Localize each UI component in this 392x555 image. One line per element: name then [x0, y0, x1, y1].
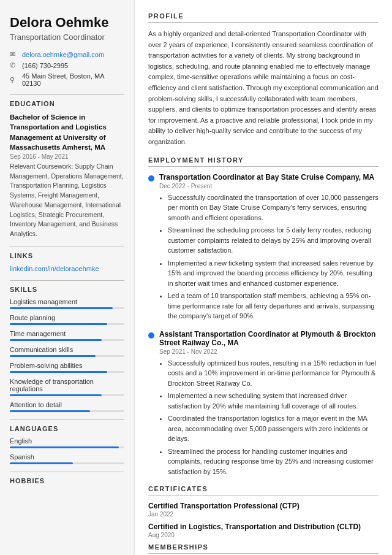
address-text: 45 Main Street, Boston, MA 02130 [22, 72, 124, 87]
contact-address: ⚲ 45 Main Street, Boston, MA 02130 [10, 72, 124, 87]
skill-bar-bg [10, 371, 124, 373]
skill-bar-fill [10, 394, 102, 396]
skill-bar-fill [10, 355, 96, 357]
job-bullet: Coordinated the transportation logistics… [168, 413, 379, 444]
skill-item: Knowledge of transportation regulations [10, 378, 124, 396]
certificates-section-label: CERTIFICATES [148, 485, 379, 492]
skill-bar-bg [10, 323, 124, 325]
person-name: Delora Oehmke [10, 15, 124, 31]
certificate-item: Certified Transportation Professional (C… [148, 502, 379, 518]
skill-bar-fill [10, 323, 107, 325]
job-dot [148, 332, 154, 339]
hobbies-divider [10, 472, 124, 472]
edu-date: Sep 2016 - May 2021 [10, 153, 124, 160]
job-title: Assistant Transportation Coordinator at … [159, 330, 379, 347]
sidebar: Delora Oehmke Transportation Coordinator… [0, 0, 135, 555]
skill-bar-fill [10, 307, 113, 309]
location-icon: ⚲ [10, 76, 18, 84]
linkedin-link[interactable]: linkedin.com/in/delorаoehmke [10, 265, 99, 272]
skill-bar-bg [10, 410, 124, 412]
skill-bar-fill [10, 410, 90, 412]
education-section-label: EDUCATION [10, 100, 124, 107]
language-bar-bg [10, 446, 124, 448]
hobbies-section-label: HOBBIES [10, 477, 124, 484]
job-dot [148, 175, 154, 182]
education-divider [10, 94, 124, 95]
job-bullet: Successfully optimized bus routes, resul… [168, 358, 379, 389]
job-bullets: Successfully coordinated the transportat… [159, 193, 379, 321]
skill-bar-bg [10, 355, 124, 357]
language-label: English [10, 437, 124, 445]
contact-email: ✉ delora.oehmke@gmail.com [10, 50, 124, 58]
cert-date: Aug 2020 [148, 532, 379, 538]
job-bullet: Successfully coordinated the transportat… [168, 193, 379, 223]
languages-section-label: LANGUAGES [10, 425, 124, 432]
skill-bar-fill [10, 339, 102, 341]
skill-bar-bg [10, 394, 124, 396]
memberships-divider [148, 553, 379, 554]
memberships-section-label: MEMBERSHIPS [148, 543, 379, 551]
jobs-list: Transportation Coordinator at Bay State … [148, 173, 379, 480]
job-content: Transportation Coordinator at Bay State … [159, 173, 379, 324]
skill-label: Attention to detail [10, 401, 124, 408]
cert-date: Jan 2022 [148, 511, 379, 518]
skill-item: Problem-solving abilities [10, 362, 124, 373]
job-content: Assistant Transportation Coordinator at … [159, 330, 379, 480]
languages-list: English Spanish [10, 437, 124, 464]
language-bar-fill [10, 462, 73, 464]
skill-label: Communication skills [10, 346, 124, 353]
job-bullet: Implemented a new ticketing system that … [168, 258, 379, 289]
certificates-list: Certified Transportation Professional (C… [148, 502, 379, 538]
phone-icon: ✆ [10, 61, 18, 69]
language-bar-fill [10, 446, 119, 448]
skill-item: Logistics management [10, 298, 124, 309]
links-section-label: LINKS [10, 252, 124, 259]
job-entry: Transportation Coordinator at Bay State … [148, 173, 379, 324]
profile-divider [148, 22, 379, 23]
employment-section-label: EMPLOYMENT HISTORY [148, 156, 379, 164]
language-bar-bg [10, 462, 124, 464]
job-entry: Assistant Transportation Coordinator at … [148, 330, 379, 480]
main-content: PROFILE As a highly organized and detail… [135, 0, 392, 555]
links-divider [10, 247, 124, 247]
phone-text: (166) 730-2995 [22, 62, 68, 69]
cert-name: Certified Transportation Professional (C… [148, 502, 379, 510]
employment-divider [148, 166, 379, 167]
profile-text: As a highly organized and detail-oriente… [148, 29, 379, 148]
linkedin-link-item: linkedin.com/in/delorаoehmke [10, 264, 124, 273]
skill-label: Logistics management [10, 298, 124, 305]
certificates-divider [148, 495, 379, 496]
languages-divider [10, 419, 124, 420]
skills-divider [10, 280, 124, 281]
email-icon: ✉ [10, 50, 18, 58]
skill-bar-bg [10, 339, 124, 341]
job-bullet: Streamlined the process for handling cus… [168, 446, 379, 477]
skill-label: Route planning [10, 314, 124, 321]
skill-item: Attention to detail [10, 401, 124, 412]
job-bullets: Successfully optimized bus routes, resul… [159, 358, 379, 477]
skill-item: Route planning [10, 314, 124, 325]
job-title: Transportation Coordinator at Bay State … [159, 173, 379, 182]
skill-label: Problem-solving abilities [10, 362, 124, 369]
skill-item: Time management [10, 330, 124, 341]
language-item: Spanish [10, 453, 124, 464]
contact-phone: ✆ (166) 730-2995 [10, 61, 124, 69]
cert-name: Certified in Logistics, Transportation a… [148, 522, 379, 531]
email-link[interactable]: delora.oehmke@gmail.com [22, 51, 104, 58]
language-label: Spanish [10, 453, 124, 461]
person-title: Transportation Coordinator [10, 33, 124, 42]
skills-section-label: SKILLS [10, 286, 124, 293]
skill-label: Time management [10, 330, 124, 337]
job-dates: Dec 2022 - Present [159, 183, 379, 189]
skill-label: Knowledge of transportation regulations [10, 378, 124, 392]
profile-section-label: PROFILE [148, 12, 379, 20]
edu-courses: Relevant Coursework: Supply Chain Manage… [10, 162, 124, 239]
skill-item: Communication skills [10, 346, 124, 357]
edu-degree: Bachelor of Science in Transportation an… [10, 112, 124, 151]
job-bullet: Streamlined the scheduling process for 5… [168, 225, 379, 256]
skills-list: Logistics management Route planning Time… [10, 298, 124, 412]
skill-bar-bg [10, 307, 124, 309]
certificate-item: Certified in Logistics, Transportation a… [148, 522, 379, 538]
job-dates: Sep 2021 - Nov 2022 [159, 348, 379, 355]
language-item: English [10, 437, 124, 448]
